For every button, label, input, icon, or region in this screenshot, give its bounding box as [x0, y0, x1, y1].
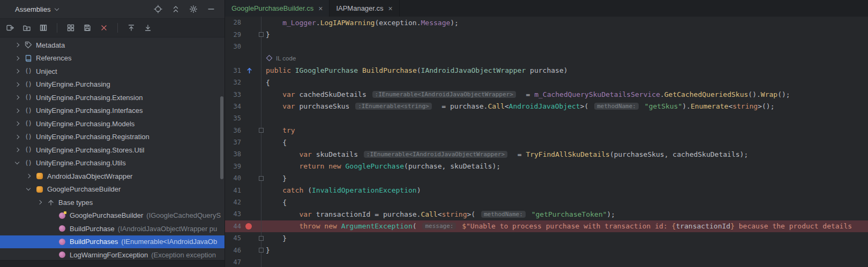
- il-code-inlay[interactable]: IL code: [266, 55, 868, 63]
- code-line-text[interactable]: var skuDetails :IEnumerable<IAndroidJava…: [266, 150, 868, 158]
- code-line-text[interactable]: var transactionId = purchase.Call<string…: [266, 210, 868, 218]
- chevron-down-icon[interactable]: [22, 188, 35, 190]
- chevron-right-icon[interactable]: [22, 174, 35, 178]
- gutter-breakpoint-area[interactable]: [241, 77, 256, 88]
- fold-marker[interactable]: [259, 248, 264, 253]
- fold-marker[interactable]: [259, 176, 264, 181]
- chevron-right-icon[interactable]: [11, 109, 24, 112]
- gutter-breakpoint-area[interactable]: [241, 88, 256, 100]
- code-line-text[interactable]: }: [266, 246, 868, 254]
- gutter-breakpoint-area[interactable]: [241, 28, 256, 40]
- remove-assembly-icon[interactable]: [99, 23, 109, 33]
- tree-item-googlepurchasebuilder[interactable]: GooglePurchaseBuilder: [0, 183, 225, 196]
- code-line-text[interactable]: throw new ArgumentException( message: $"…: [266, 222, 868, 230]
- gutter-breakpoint-area[interactable]: [241, 196, 256, 208]
- export-project-icon[interactable]: [66, 23, 76, 33]
- gutter-breakpoint-area[interactable]: [241, 244, 256, 256]
- gutter-breakpoint-area[interactable]: [241, 52, 256, 64]
- code-line-text[interactable]: return new GooglePurchase(purchase, skuD…: [266, 162, 868, 170]
- tree-item-googlepurchasebuilder[interactable]: GooglePurchaseBuilder(IGoogleCachedQuery…: [0, 209, 225, 223]
- hide-panel-icon[interactable]: [206, 4, 216, 14]
- gutter-breakpoint-area[interactable]: [241, 148, 256, 160]
- tree-item-unityengine-purchasing[interactable]: ()UnityEngine.Purchasing: [0, 78, 225, 91]
- code-line-text[interactable]: {: [266, 139, 868, 147]
- chevron-right-icon[interactable]: [11, 57, 24, 60]
- gutter-breakpoint-area[interactable]: [241, 220, 256, 232]
- gutter-breakpoint-area[interactable]: [241, 125, 256, 136]
- code-line-text[interactable]: {: [266, 199, 868, 207]
- collapse-all-icon[interactable]: [171, 4, 181, 14]
- chevron-right-icon[interactable]: [33, 201, 46, 204]
- gutter-breakpoint-area[interactable]: [241, 101, 256, 112]
- expand-to-bottom-icon[interactable]: [143, 23, 153, 33]
- code-line-text[interactable]: var cachedSkuDetails :IEnumerable<IAndro…: [266, 90, 868, 98]
- code-line-text[interactable]: }: [266, 174, 868, 182]
- tree-item-logwarningforexception[interactable]: LogWarningForException(Exception excepti…: [0, 248, 225, 260]
- tree-item-buildpurchase[interactable]: BuildPurchase(IAndroidJavaObjectWrapper …: [0, 222, 225, 235]
- tree-scrollbar-thumb[interactable]: [220, 96, 223, 179]
- attach-assembly-icon[interactable]: [22, 23, 32, 33]
- save-icon[interactable]: [83, 23, 92, 33]
- code-token: new: [324, 222, 341, 230]
- chevron-right-icon[interactable]: [11, 70, 24, 73]
- code-line-text[interactable]: }: [266, 30, 868, 39]
- tree-item-references[interactable]: References: [0, 52, 225, 65]
- code-line-text[interactable]: {: [266, 79, 868, 87]
- collapse-to-top-icon[interactable]: [126, 23, 136, 33]
- chevron-right-icon[interactable]: [11, 43, 24, 47]
- chevron-right-icon[interactable]: [11, 96, 24, 99]
- gutter-breakpoint-area[interactable]: [241, 161, 256, 172]
- chevron-right-icon[interactable]: [11, 148, 24, 151]
- open-assembly-icon[interactable]: [5, 23, 15, 33]
- tree-item-base-types[interactable]: Base types: [0, 196, 225, 209]
- tree-item-unityengine-purchasing-utils[interactable]: ()UnityEngine.Purchasing.Utils: [0, 157, 225, 170]
- gutter-breakpoint-area[interactable]: [241, 136, 256, 148]
- code-line-text[interactable]: }: [266, 234, 868, 242]
- il-code-label[interactable]: IL code: [266, 55, 296, 63]
- assembly-list-icon[interactable]: [39, 23, 48, 33]
- gutter-breakpoint-area[interactable]: [241, 184, 256, 196]
- chevron-down-icon[interactable]: [11, 162, 24, 164]
- assemblies-dropdown[interactable]: Assemblies: [15, 5, 58, 13]
- tree-horizontal-scrollbar-track[interactable]: [0, 260, 225, 267]
- code-line-text[interactable]: m_Logger.LogIAPWarning(exception.Message…: [266, 19, 868, 27]
- gutter-breakpoint-area[interactable]: [241, 65, 256, 77]
- gutter-breakpoint-area[interactable]: [241, 112, 256, 124]
- tree-item-unityengine-purchasing-stores-util[interactable]: ()UnityEngine.Purchasing.Stores.Util: [0, 143, 225, 157]
- locate-icon[interactable]: [153, 4, 163, 14]
- chevron-right-icon[interactable]: [11, 83, 24, 86]
- chevron-right-icon[interactable]: [11, 122, 24, 125]
- fold-marker[interactable]: [259, 128, 264, 133]
- tab-iapmanager-cs[interactable]: IAPManager.cs×: [330, 0, 399, 17]
- tree-item-uniject[interactable]: ()Uniject: [0, 65, 225, 78]
- gutter-breakpoint-area[interactable]: [241, 17, 256, 28]
- gutter-breakpoint-area[interactable]: [241, 256, 256, 267]
- gutter-breakpoint-area[interactable]: [241, 232, 256, 244]
- tab-close-icon[interactable]: ×: [318, 5, 323, 12]
- tree-item-androidjavaobjectwrapper[interactable]: AndroidJavaObjectWrapper: [0, 170, 225, 183]
- code-line-text[interactable]: catch (InvalidOperationException): [266, 186, 868, 194]
- tree-item-buildpurchases[interactable]: BuildPurchases(IEnumerable<IAndroidJavaO…: [0, 235, 225, 249]
- tree-item-metadata[interactable]: Metadata: [0, 39, 225, 52]
- fold-marker[interactable]: [259, 236, 264, 241]
- chevron-right-icon[interactable]: [11, 135, 24, 139]
- tab-close-icon[interactable]: ×: [388, 5, 393, 12]
- gutter-fold-column: [256, 244, 266, 256]
- gutter-breakpoint-area[interactable]: [241, 208, 256, 220]
- tree-item-unityengine-purchasing-models[interactable]: ()UnityEngine.Purchasing.Models: [0, 117, 225, 131]
- fold-marker[interactable]: [259, 32, 264, 37]
- settings-icon[interactable]: [189, 4, 198, 14]
- code-line-text[interactable]: public IGooglePurchase BuildPurchase(IAn…: [266, 66, 868, 74]
- code-editor[interactable]: 28m_Logger.LogIAPWarning(exception.Messa…: [225, 17, 868, 267]
- tree-item-unityengine-purchasing-registration[interactable]: ()UnityEngine.Purchasing.Registration: [0, 131, 225, 144]
- tree-item-unityengine-purchasing-extension[interactable]: ()UnityEngine.Purchasing.Extension: [0, 91, 225, 104]
- code-token: var: [282, 102, 299, 110]
- gutter-breakpoint-area[interactable]: [241, 41, 256, 52]
- breakpoint-icon[interactable]: [245, 223, 252, 230]
- tab-googlepurchasebuilder-cs[interactable]: GooglePurchaseBuilder.cs×: [225, 0, 330, 17]
- gutter-breakpoint-area[interactable]: [241, 172, 256, 184]
- tree-item-unityengine-purchasing-interfaces[interactable]: ()UnityEngine.Purchasing.Interfaces: [0, 104, 225, 118]
- code-token: m_CachedQuerySkuDetailsService: [534, 90, 660, 98]
- code-line-text[interactable]: var purchaseSkus :IEnumerable<string> = …: [266, 102, 868, 110]
- code-line-text[interactable]: try: [266, 126, 868, 134]
